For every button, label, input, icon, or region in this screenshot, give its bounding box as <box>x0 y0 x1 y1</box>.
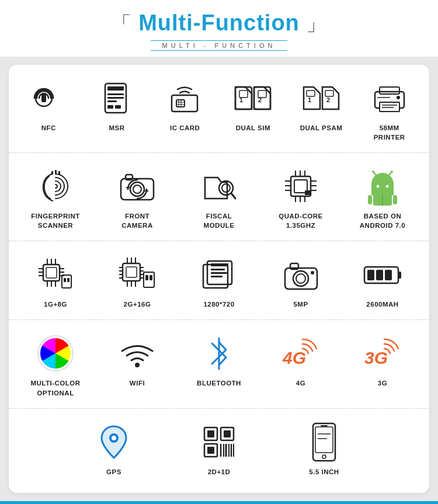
feature-row-5: GPS <box>9 409 429 493</box>
phone-icon <box>304 422 345 463</box>
fingerprint-label: FINGERPRINT SCANNER <box>31 211 79 230</box>
feature-msr: MSR <box>83 78 151 133</box>
svg-point-34 <box>397 96 400 99</box>
feature-bluetooth: BLUETOOTH <box>178 333 260 388</box>
android-label: BASED ON ANDROID 7.0 <box>360 211 405 230</box>
ic-card-icon <box>165 78 206 119</box>
svg-rect-38 <box>58 171 60 175</box>
feature-row-1: NFC MSR <box>9 65 429 153</box>
svg-rect-136 <box>207 430 214 437</box>
svg-point-47 <box>222 184 230 192</box>
svg-rect-8 <box>115 105 121 109</box>
printer-icon <box>369 78 410 119</box>
page-title: 「 Multi-Function 」 <box>0 11 438 37</box>
dual-psam-icon: 1 2 <box>301 78 342 119</box>
gps-label: GPS <box>106 467 121 477</box>
3g-icon: 3G <box>362 333 403 374</box>
feature-row-2: FINGERPRINT SCANNER <box>9 153 429 241</box>
svg-rect-140 <box>207 447 214 454</box>
feature-1g8g: 1G+8G <box>15 254 96 309</box>
svg-line-48 <box>231 193 235 199</box>
svg-rect-6 <box>107 100 117 102</box>
svg-rect-24 <box>307 91 315 96</box>
dual-sim-label: DUAL SIM <box>236 123 270 133</box>
fiscal-label: FISCAL MODULE <box>204 211 235 230</box>
feature-5mp: 5MP <box>260 254 342 309</box>
svg-rect-112 <box>150 275 152 280</box>
feature-wifi: WIFI <box>96 333 178 388</box>
quad-core-icon <box>280 166 321 207</box>
svg-point-66 <box>386 185 389 187</box>
wifi-label: WIFI <box>130 378 145 388</box>
feature-3g: 3G 3G <box>342 333 423 388</box>
ic-card-label: IC CARD <box>170 123 200 133</box>
front-camera-label: FRONT CAMERA <box>121 211 152 230</box>
battery-icon <box>362 254 403 295</box>
svg-rect-93 <box>67 278 69 282</box>
msr-icon <box>96 78 137 119</box>
feature-gps: GPS <box>61 422 166 477</box>
multicolor-label: MULTI-COLOR OPTIONAL <box>30 378 80 397</box>
svg-rect-10 <box>176 100 185 107</box>
svg-rect-91 <box>62 275 71 288</box>
page-footer: SHENZHEN HCC TECHNOLOGY CO., LTD. <box>0 501 438 504</box>
svg-point-65 <box>377 185 380 187</box>
feature-nfc: NFC <box>15 78 83 133</box>
svg-point-41 <box>133 185 141 193</box>
feature-4g: 4G 4G <box>260 333 342 388</box>
feature-row-3: 1G+8G <box>9 241 429 320</box>
nfc-label: NFC <box>41 123 56 133</box>
page-subtitle: MULTI - FUNCTION <box>151 40 288 51</box>
memory-small-icon <box>35 254 76 295</box>
front-camera-icon <box>117 166 158 207</box>
feature-55inch: 5.5 INCH <box>272 422 377 477</box>
feature-quad-core: QUAD-CORE 1.35GHZ <box>260 166 342 230</box>
feature-2g16g: 2G+16G <box>96 254 178 309</box>
svg-text:2: 2 <box>326 96 330 103</box>
feature-printer: 58MM PRINTER <box>355 78 423 142</box>
svg-rect-125 <box>398 272 401 279</box>
1g8g-label: 1G+8G <box>44 300 67 309</box>
svg-rect-7 <box>107 105 113 109</box>
svg-rect-127 <box>376 270 383 280</box>
svg-rect-5 <box>107 97 124 99</box>
svg-rect-63 <box>305 190 311 195</box>
svg-rect-126 <box>367 270 374 280</box>
svg-rect-128 <box>385 270 392 280</box>
5mp-label: 5MP <box>293 300 308 309</box>
3g-label: 3G <box>378 378 387 388</box>
dual-sim-icon: 1 2 <box>232 78 273 119</box>
svg-rect-118 <box>211 276 223 277</box>
4g-icon: 4G <box>280 333 321 374</box>
android-icon <box>362 166 403 207</box>
svg-rect-3 <box>107 86 124 91</box>
dual-psam-label: DUAL PSAM <box>300 123 343 133</box>
svg-text:4G: 4G <box>282 348 306 367</box>
bluetooth-icon <box>199 333 239 374</box>
svg-text:1: 1 <box>308 96 311 103</box>
memory-large-icon <box>117 254 158 295</box>
color-wheel-icon <box>35 333 76 374</box>
feature-2d1d: 2D+1D <box>166 422 272 477</box>
nfc-icon <box>28 78 69 119</box>
qr-icon <box>199 422 239 463</box>
svg-rect-138 <box>224 430 231 437</box>
svg-point-73 <box>372 171 374 173</box>
battery-label: 2600MAH <box>366 300 398 309</box>
svg-rect-78 <box>46 267 57 278</box>
svg-rect-64 <box>371 183 394 196</box>
svg-rect-36 <box>51 171 53 175</box>
svg-text:3G: 3G <box>364 348 388 367</box>
svg-rect-37 <box>55 170 57 173</box>
svg-point-120 <box>293 271 308 286</box>
msr-label: MSR <box>109 123 124 133</box>
2d1d-label: 2D+1D <box>208 467 231 477</box>
camera-icon <box>280 254 321 295</box>
feature-row-4: MULTI-COLOR OPTIONAL WIFI <box>9 320 429 408</box>
resolution-label: 1280*720 <box>203 300 234 309</box>
svg-rect-31 <box>380 102 399 112</box>
svg-rect-92 <box>64 278 66 282</box>
bluetooth-label: BLUETOOTH <box>197 378 241 388</box>
svg-rect-77 <box>43 265 60 281</box>
resolution-icon <box>199 254 239 295</box>
